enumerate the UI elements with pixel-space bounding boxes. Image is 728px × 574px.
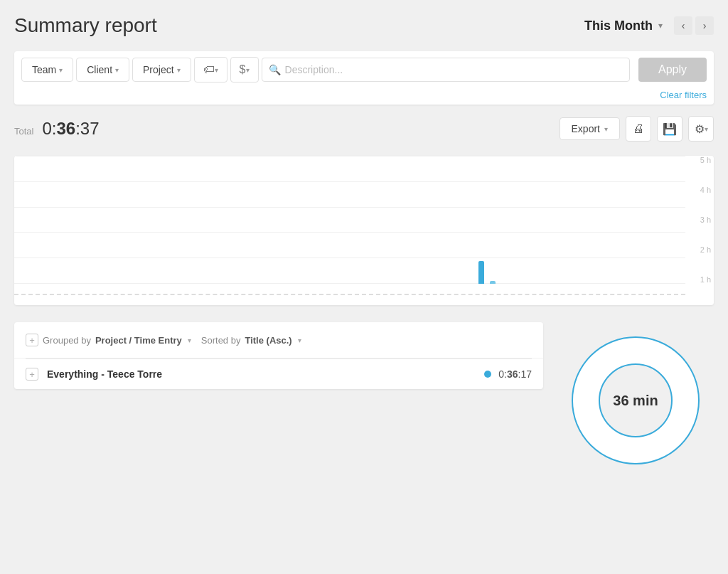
chart-y-label-3h: 3 h [688, 216, 711, 224]
chart-bar-wrapper [234, 156, 245, 284]
chart-bar-wrapper [322, 156, 333, 284]
chart-bar-wrapper [80, 156, 91, 284]
chart-bar-wrapper [388, 156, 399, 284]
clear-filters-link[interactable]: Clear filters [660, 90, 707, 100]
filter-bar-wrapper: Team ▾ Client ▾ Project ▾ 🏷 ▾ $ ▾ 🔍 [14, 51, 714, 105]
chart-bar-wrapper [113, 156, 124, 284]
page-container: Summary report This Month ▾ ‹ › Team ▾ C… [14, 14, 714, 464]
chart-bar-wrapper [212, 156, 223, 284]
expand-icon[interactable]: + [26, 368, 38, 381]
project-filter-label: Project [143, 64, 174, 75]
client-filter-label: Client [87, 64, 112, 75]
chart-y-labels: 5 h 4 h 3 h 2 h 1 h [685, 156, 714, 284]
total-time-suffix: :37 [75, 119, 99, 138]
chart-bar-wrapper [333, 156, 344, 284]
chart-bar-wrapper [135, 156, 146, 284]
chart-bar-wrapper [454, 156, 465, 284]
dollar-icon: $ [240, 63, 246, 76]
chart-bar-wrapper [641, 156, 652, 284]
export-label: Export [572, 123, 600, 134]
chart-bar-wrapper [531, 156, 542, 284]
chart-bar-wrapper [509, 156, 520, 284]
chart-bar-wrapper [575, 156, 586, 284]
table-row: + Everything - Teece Torre 0:36:17 [14, 359, 543, 389]
donut-wrapper: 36 min [572, 336, 700, 464]
chart-bar-wrapper [443, 156, 454, 284]
chart-bar-wrapper [69, 156, 80, 284]
row-name: Everything - Teece Torre [47, 368, 484, 380]
chart-bar-wrapper [542, 156, 553, 284]
export-button[interactable]: Export ▾ [560, 117, 620, 140]
chart-bar-wrapper [91, 156, 102, 284]
chart-bar-wrapper [289, 156, 300, 284]
date-label: This Month [584, 18, 653, 33]
chart-bar-wrapper [520, 156, 531, 284]
chart-bar-wrapper [311, 156, 322, 284]
chart-bar-wrapper [300, 156, 311, 284]
print-icon: 🖨 [633, 122, 644, 135]
filter-bar: Team ▾ Client ▾ Project ▾ 🏷 ▾ $ ▾ 🔍 [14, 51, 714, 88]
settings-arrow-icon: ▾ [705, 125, 708, 133]
chart-bar-wrapper [586, 156, 596, 284]
tags-arrow-icon: ▾ [215, 66, 218, 74]
right-panel: 36 min [557, 322, 714, 464]
export-arrow-icon: ▾ [604, 125, 608, 133]
chart-bar-wrapper [124, 156, 135, 284]
chart-bar-wrapper [553, 156, 564, 284]
sort-by-label: Sorted by [201, 335, 241, 346]
clear-filters-area: Clear filters [14, 88, 714, 105]
row-dot-icon [484, 371, 491, 378]
date-dropdown-icon[interactable]: ▾ [658, 21, 663, 31]
chart-y-label-1h: 1 h [688, 275, 711, 284]
nav-arrows: ‹ › [674, 16, 714, 35]
chart-bar-wrapper [157, 156, 168, 284]
tags-filter-button[interactable]: 🏷 ▾ [194, 57, 228, 83]
print-button[interactable]: 🖨 [626, 116, 651, 142]
chart-bar-wrapper [564, 156, 574, 284]
chart-bars-area [14, 156, 685, 284]
chart-bar-wrapper [597, 156, 608, 284]
chart-bar-wrapper [674, 156, 685, 284]
chart-bar-wrapper [498, 156, 509, 284]
client-filter-arrow-icon: ▾ [115, 66, 119, 74]
total-label: Total [14, 126, 33, 137]
chart-bar-wrapper [476, 156, 487, 284]
chart-bar-wrapper [245, 156, 256, 284]
group-by-label: Grouped by [43, 335, 91, 346]
next-month-button[interactable]: › [695, 16, 714, 35]
sort-by-arrow-icon[interactable]: ▾ [298, 336, 301, 344]
dollar-filter-button[interactable]: $ ▾ [230, 57, 259, 83]
chart-bar-wrapper [410, 156, 421, 284]
add-group-icon[interactable]: + [26, 334, 38, 346]
chart-bar-wrapper [267, 156, 278, 284]
group-header: + Grouped by Project / Time Entry ▾ Sort… [14, 322, 543, 358]
group-by-arrow-icon[interactable]: ▾ [188, 336, 191, 344]
chart-bar-wrapper [630, 156, 641, 284]
client-filter-button[interactable]: Client ▾ [76, 58, 129, 82]
chart-bar-wrapper [465, 156, 476, 284]
save-button[interactable]: 💾 [657, 116, 682, 142]
search-input[interactable] [262, 58, 630, 82]
chart-bar-wrapper [608, 156, 619, 284]
grouped-section: + Grouped by Project / Time Entry ▾ Sort… [14, 322, 543, 389]
settings-button[interactable]: ⚙ ▾ [688, 116, 714, 142]
page-title: Summary report [14, 14, 157, 37]
chart-bar-wrapper [278, 156, 289, 284]
search-wrapper: 🔍 [262, 58, 630, 82]
search-icon: 🔍 [269, 64, 281, 75]
apply-button[interactable]: Apply [638, 58, 707, 82]
row-time-bold: 36 [507, 368, 518, 380]
group-by-value: Project / Time Entry [95, 335, 182, 346]
project-filter-button[interactable]: Project ▾ [132, 58, 191, 82]
row-time: 0:36:17 [498, 368, 532, 380]
chart-bar-wrapper [146, 156, 157, 284]
date-nav: This Month ▾ ‹ › [584, 16, 714, 35]
total-time: 0:36:37 [42, 119, 99, 139]
chart-bar-wrapper [191, 156, 201, 284]
tags-icon: 🏷 [203, 63, 215, 76]
chart-bar-wrapper [47, 156, 58, 284]
prev-month-button[interactable]: ‹ [674, 16, 692, 35]
chart-bar-wrapper [421, 156, 432, 284]
chart-bar [478, 261, 484, 284]
team-filter-button[interactable]: Team ▾ [21, 58, 73, 82]
